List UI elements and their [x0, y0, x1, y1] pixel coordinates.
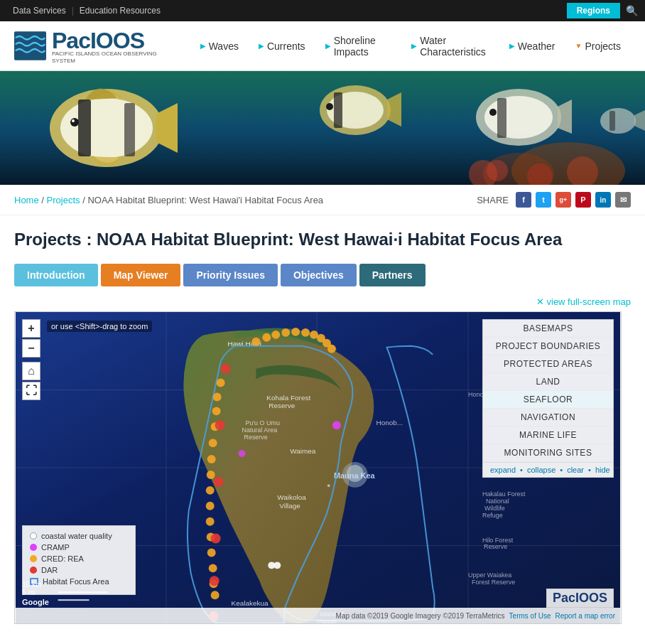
- top-bar: Data Services | Education Resources Regi…: [0, 0, 645, 21]
- svg-point-90: [211, 534, 221, 544]
- tab-priority-issues[interactable]: Priority Issues: [183, 264, 278, 286]
- home-link[interactable]: Home: [14, 195, 39, 205]
- terms-of-use-link[interactable]: Terms of Use: [509, 612, 551, 620]
- svg-rect-19: [497, 98, 506, 138]
- svg-text:Hakalau Forest: Hakalau Forest: [482, 490, 526, 498]
- legend-clear-link[interactable]: clear: [567, 466, 584, 474]
- cramp-label: CRAMP: [41, 543, 70, 552]
- legend-seafloor[interactable]: SEAFLOOR: [483, 391, 613, 409]
- svg-text:Honob...: Honob...: [376, 419, 403, 426]
- svg-point-10: [72, 119, 75, 122]
- nav-water-characteristics[interactable]: ▶Water Characteristics: [401, 21, 499, 71]
- svg-point-62: [251, 338, 260, 346]
- fullscreen-link[interactable]: ✕ view full-screen map: [14, 294, 631, 311]
- svg-point-9: [70, 118, 79, 127]
- svg-point-83: [207, 548, 216, 557]
- svg-point-63: [262, 333, 271, 342]
- legend-project-boundaries[interactable]: PROJECT BOUNDARIES: [483, 338, 613, 355]
- education-resources-link[interactable]: Education Resources: [74, 6, 166, 16]
- regions-button[interactable]: Regions: [567, 3, 620, 18]
- search-icon[interactable]: 🔍: [626, 5, 638, 16]
- svg-point-67: [301, 328, 310, 337]
- page-title-area: Projects : NOAA Habitat Blueprint: West …: [0, 215, 645, 257]
- legend-marine-life[interactable]: MARINE LIFE: [483, 426, 613, 444]
- svg-point-23: [487, 160, 508, 181]
- habitat-focus-area-label: Habitat Focus Area: [43, 577, 109, 586]
- pacioos-map-watermark: PacIOOS: [546, 589, 614, 608]
- legend-land[interactable]: LAND: [483, 373, 613, 391]
- scale-label-km: 10 km: [22, 581, 41, 589]
- hero-image: [0, 71, 645, 185]
- legend-dar: DAR: [30, 566, 128, 574]
- map-container[interactable]: Kohala Forest Reserve Pu'u O Umu Natural…: [14, 311, 622, 624]
- svg-point-26: [600, 108, 636, 134]
- facebook-share-button[interactable]: f: [516, 192, 531, 208]
- svg-rect-8: [124, 103, 135, 156]
- nav-waves[interactable]: ▶Waves: [190, 21, 249, 71]
- expand-button[interactable]: ⛶: [22, 382, 40, 400]
- legend-expand-link[interactable]: expand: [490, 466, 516, 474]
- nav-weather[interactable]: ▶Weather: [499, 21, 565, 71]
- google-watermark: Google: [22, 598, 49, 606]
- coastal-water-quality-label: coastal water quality: [41, 532, 112, 540]
- svg-text:Waikoloa: Waikoloa: [277, 493, 306, 501]
- svg-text:Refuge: Refuge: [482, 512, 503, 519]
- nav-projects[interactable]: ▼Projects: [565, 21, 631, 71]
- svg-point-64: [271, 331, 280, 339]
- tab-objectives[interactable]: Objectives: [281, 264, 357, 286]
- tab-map-viewer[interactable]: Map Viewer: [101, 264, 181, 286]
- svg-text:Village: Village: [279, 502, 300, 510]
- map-copyright: Map data ©2019 Google Imagery ©2019 Terr…: [336, 612, 505, 620]
- svg-point-71: [327, 345, 336, 353]
- scale-bar: 10 km 5 mi: [22, 581, 41, 596]
- legend-collapse-link[interactable]: collapse: [527, 466, 555, 474]
- home-button[interactable]: ⌂: [22, 362, 40, 380]
- svg-point-66: [291, 328, 300, 336]
- logo[interactable]: PacIOOS PACIFIC ISLANDS OCEAN OBSERVING …: [14, 28, 169, 64]
- zoom-in-button[interactable]: +: [22, 319, 40, 338]
- breadcrumb-bar: Home / Projects / NOAA Habitat Blueprint…: [0, 185, 645, 215]
- svg-point-86: [211, 591, 219, 599]
- legend-coastal-water-quality: coastal water quality: [30, 532, 128, 540]
- map-controls: + − ⌂ ⛶: [22, 319, 40, 400]
- legend-basemaps[interactable]: BASEMAPS: [483, 320, 613, 338]
- current-page: NOAA Habitat Blueprint: West Hawai'i Hab…: [87, 195, 323, 205]
- share-label: SHARE: [477, 195, 509, 205]
- legend-controls: expand • collapse • clear • hide: [483, 462, 613, 477]
- svg-text:National: National: [486, 498, 509, 505]
- share-bar: SHARE f t g+ P in ✉: [477, 192, 631, 208]
- data-services-link[interactable]: Data Services: [7, 6, 72, 16]
- tab-introduction[interactable]: Introduction: [14, 264, 98, 286]
- fullscreen-label[interactable]: view full-screen map: [547, 296, 632, 307]
- legend-monitoring-sites[interactable]: MONITORING SITES: [483, 444, 613, 462]
- linkedin-share-button[interactable]: in: [595, 192, 611, 208]
- svg-point-72: [217, 379, 225, 387]
- email-share-button[interactable]: ✉: [615, 192, 631, 208]
- svg-text:Hilo Forest: Hilo Forest: [482, 537, 514, 544]
- svg-point-80: [206, 502, 215, 510]
- svg-text:Natural Area: Natural Area: [242, 426, 277, 434]
- legend-protected-areas[interactable]: PROTECTED AREAS: [483, 355, 613, 373]
- tab-partners[interactable]: Partners: [359, 264, 426, 286]
- svg-point-96: [273, 562, 281, 569]
- breadcrumb: Home / Projects / NOAA Habitat Blueprint…: [14, 195, 323, 205]
- legend-navigation[interactable]: NAVIGATION: [483, 409, 613, 426]
- svg-point-84: [209, 564, 217, 572]
- legend-hide-link[interactable]: hide: [595, 466, 610, 474]
- google-share-button[interactable]: g+: [555, 192, 571, 208]
- projects-link[interactable]: Projects: [47, 195, 80, 205]
- svg-text:Kealakekua: Kealakekua: [232, 599, 269, 607]
- nav-shoreline-impacts[interactable]: ▶Shoreline Impacts: [315, 21, 402, 71]
- report-map-error-link[interactable]: Report a map error: [555, 612, 615, 620]
- nav-currents[interactable]: ▶Currents: [249, 21, 315, 71]
- page-title: Projects : NOAA Habitat Blueprint: West …: [14, 230, 631, 249]
- svg-point-81: [206, 517, 215, 526]
- svg-text:●: ●: [327, 482, 330, 489]
- fullscreen-icon: ✕: [536, 296, 544, 307]
- twitter-share-button[interactable]: t: [536, 192, 551, 208]
- svg-text:Forest Reserve: Forest Reserve: [472, 579, 515, 586]
- svg-rect-98: [58, 599, 90, 601]
- pinterest-share-button[interactable]: P: [575, 192, 591, 208]
- svg-point-15: [326, 103, 333, 110]
- zoom-out-button[interactable]: −: [22, 339, 40, 358]
